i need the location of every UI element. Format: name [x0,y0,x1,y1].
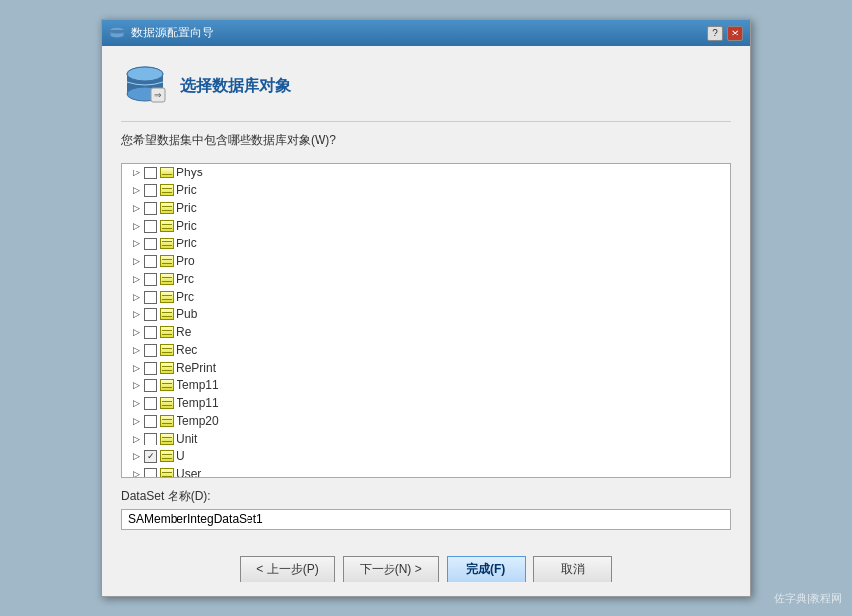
main-dialog: 数据源配置向导 ? ✕ ⇒ 选择数据库对象 [101,19,751,597]
checkbox-unit[interactable] [144,433,157,445]
title-bar-left: 数据源配置向导 [109,25,214,41]
tree-item-temp11b[interactable]: ▷ Temp11 [122,394,730,412]
checkbox-rec[interactable] [144,344,157,357]
table-icon [160,202,174,214]
tree-item-re[interactable]: ▷ Re [122,323,730,341]
expand-arrow[interactable]: ▷ [130,273,142,285]
checkbox-prc1[interactable] [144,273,157,286]
title-bar-controls: ? ✕ [707,26,743,41]
expand-arrow[interactable]: ▷ [130,308,142,320]
checkbox-re[interactable] [144,326,157,339]
table-icon [160,255,174,267]
tree-item-temp11a[interactable]: ▷ Temp11 [122,376,730,394]
checkbox-temp20[interactable] [144,415,157,428]
dataset-label: DataSet 名称(D): [121,488,731,505]
tree-item-temp20[interactable]: ▷ Temp20 [122,412,730,430]
dataset-section: DataSet 名称(D): [121,488,731,530]
expand-arrow[interactable]: ▷ [130,415,142,427]
question-label: 您希望数据集中包含哪些数据库对象(W)? [121,132,731,149]
item-text-pub: Pub [177,308,197,321]
expand-arrow[interactable]: ▷ [130,291,142,303]
table-icon [160,362,174,374]
table-icon [160,308,174,320]
header-icon: ⇒ [121,62,169,109]
table-icon [160,167,174,178]
next-button[interactable]: 下一步(N) > [343,556,439,582]
expand-arrow[interactable]: ▷ [130,362,142,374]
title-bar: 数据源配置向导 ? ✕ [102,20,750,46]
table-icon [160,238,174,249]
checkbox-pric4[interactable] [144,238,157,250]
tree-item-unit[interactable]: ▷ Unit [122,430,730,447]
tree-item-reprint[interactable]: ▷ RePrint [122,359,730,376]
table-icon [160,184,174,196]
dataset-input[interactable] [121,509,731,530]
table-icon [160,344,174,356]
expand-arrow[interactable]: ▷ [130,220,142,232]
tree-container[interactable]: ▷ Phys ▷ Pric ▷ Pric ▷ [121,163,731,478]
tree-item-pric4[interactable]: ▷ Pric [122,235,730,252]
checkbox-reprint[interactable] [144,362,157,375]
dialog-content: ⇒ 选择数据库对象 您希望数据集中包含哪些数据库对象(W)? ▷ Phys ▷ … [102,46,750,546]
checkbox-temp11a[interactable] [144,379,157,392]
item-text-u: U [177,449,185,463]
checkbox-prc2[interactable] [144,291,157,304]
table-icon [160,326,174,338]
item-text-pric2: Pric [177,201,197,215]
expand-arrow[interactable]: ▷ [130,238,142,249]
close-button[interactable]: ✕ [727,26,743,41]
expand-arrow[interactable]: ▷ [130,202,142,214]
expand-arrow[interactable]: ▷ [130,344,142,356]
expand-arrow[interactable]: ▷ [130,468,142,478]
item-text-pric3: Pric [177,219,197,233]
checkbox-pric3[interactable] [144,220,157,233]
tree-item-prc1[interactable]: ▷ Prc [122,270,730,288]
table-icon [160,450,174,462]
checkbox-user[interactable] [144,468,157,479]
item-text-prc2: Prc [177,290,194,304]
checkbox-temp11b[interactable] [144,397,157,410]
tree-item-pric2[interactable]: ▷ Pric [122,199,730,217]
tree-item-u[interactable]: ▷ U [122,447,730,465]
item-text-temp11b: Temp11 [177,396,219,410]
table-icon [160,397,174,409]
tree-item-pric3[interactable]: ▷ Pric [122,217,730,235]
expand-arrow[interactable]: ▷ [130,450,142,462]
item-text-pric1: Pric [177,183,197,197]
cancel-button[interactable]: 取消 [533,556,612,582]
table-icon [160,291,174,303]
checkbox-u[interactable] [144,450,157,463]
back-button[interactable]: < 上一步(P) [240,556,334,582]
finish-button[interactable]: 完成(F) [447,556,526,582]
expand-arrow[interactable]: ▷ [130,397,142,409]
checkbox-pric1[interactable] [144,184,157,197]
expand-arrow[interactable]: ▷ [130,326,142,338]
checkbox-pub[interactable] [144,308,157,321]
header-title: 选择数据库对象 [180,76,291,97]
table-icon [160,415,174,427]
expand-arrow[interactable]: ▷ [130,184,142,196]
checkbox-phys[interactable] [144,167,157,179]
checkbox-pric2[interactable] [144,202,157,215]
tree-item-user[interactable]: ▷ User [122,465,730,478]
expand-arrow[interactable]: ▷ [130,379,142,391]
item-text-rec: Rec [177,343,197,357]
tree-item-pro[interactable]: ▷ Pro [122,252,730,270]
tree-item-rec[interactable]: ▷ Rec [122,341,730,359]
db-icon [109,26,125,41]
table-icon [160,220,174,232]
checkbox-pro[interactable] [144,255,157,268]
expand-arrow[interactable]: ▷ [130,255,142,267]
table-icon [160,433,174,445]
item-text-unit: Unit [177,432,197,445]
tree-item-phys[interactable]: ▷ Phys [122,164,730,181]
item-text-user: User [177,467,201,478]
help-button[interactable]: ? [707,26,723,41]
header-section: ⇒ 选择数据库对象 [121,62,731,122]
tree-item-pric1[interactable]: ▷ Pric [122,181,730,199]
expand-arrow[interactable]: ▷ [130,167,142,178]
item-text-prc1: Prc [177,272,194,286]
expand-arrow[interactable]: ▷ [130,433,142,445]
tree-item-prc2[interactable]: ▷ Prc [122,288,730,306]
tree-item-pub[interactable]: ▷ Pub [122,306,730,323]
